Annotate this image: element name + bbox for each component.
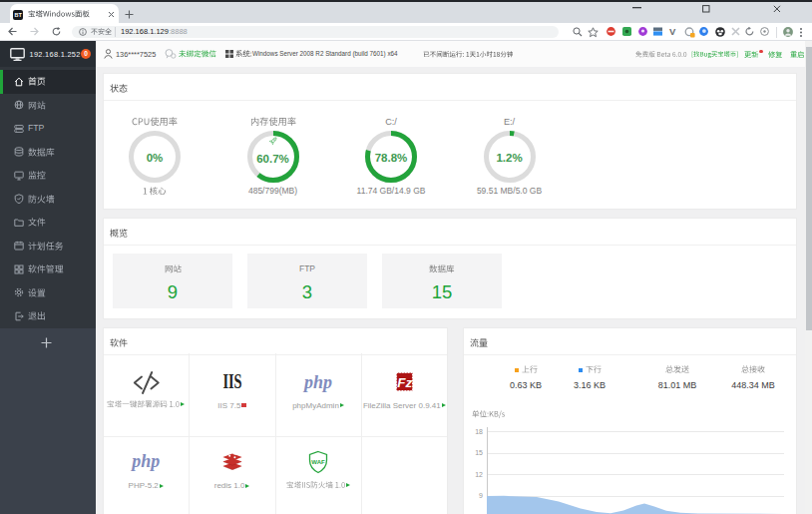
svg-text:WAF: WAF	[311, 459, 325, 465]
